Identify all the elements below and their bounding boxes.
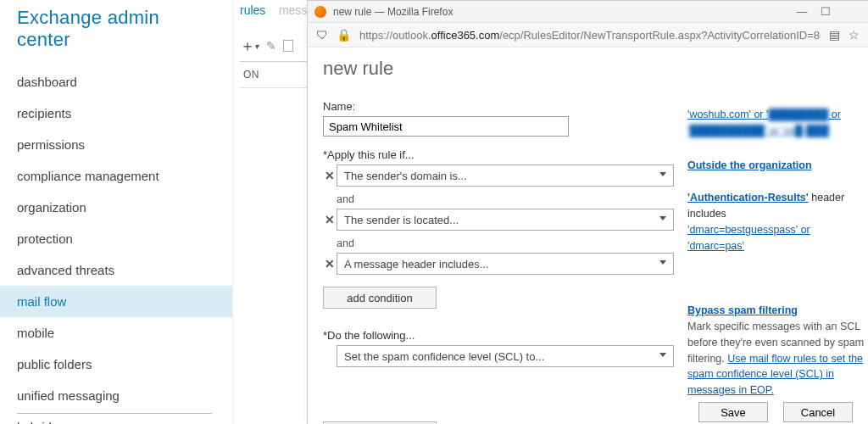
bookmark-icon[interactable]: ☆ xyxy=(849,28,860,42)
apply-rule-if-label: Apply this rule if... xyxy=(323,148,679,161)
sidebar-item-protection[interactable]: protection xyxy=(0,223,232,254)
chevron-down-icon xyxy=(659,172,666,176)
window-titlebar: new rule — Mozilla Firefox — ☐ xyxy=(308,1,868,23)
url[interactable]: https://outlook.office365.com/ecp/RulesE… xyxy=(359,29,821,42)
copy-icon[interactable] xyxy=(283,40,293,52)
admin-center-title: Exchange admin center xyxy=(0,2,232,66)
shield-icon[interactable]: 🛡︎ xyxy=(316,28,328,42)
side-column: 'woshub.com' or '████████ or '██████████… xyxy=(679,56,868,418)
minimize-button[interactable]: — xyxy=(790,5,814,18)
form-column: new rule Name: Apply this rule if... ✕ T… xyxy=(323,56,679,418)
add-condition-button[interactable]: add condition xyxy=(323,287,437,309)
chevron-down-icon xyxy=(659,216,666,220)
window-title: new rule — Mozilla Firefox xyxy=(333,6,453,18)
sidebar-item-mail-flow[interactable]: mail flow xyxy=(0,286,232,317)
remove-condition-1[interactable]: ✕ xyxy=(323,169,337,182)
chevron-down-icon xyxy=(659,260,666,265)
condition-2-dropdown[interactable]: The sender is located... xyxy=(337,209,674,231)
close-button[interactable] xyxy=(837,5,861,18)
page-title: new rule xyxy=(323,58,679,80)
cond3-summary[interactable]: 'Authentication-Results' header includes… xyxy=(687,190,865,254)
action-title[interactable]: Bypass spam filtering xyxy=(687,304,798,316)
nav-divider xyxy=(17,413,212,414)
add-rule-button[interactable]: ＋▾ xyxy=(240,36,259,56)
action-1-dropdown[interactable]: Set the spam confidence level (SCL) to..… xyxy=(337,345,674,367)
sidebar-item-recipients[interactable]: recipients xyxy=(0,98,232,129)
name-input[interactable] xyxy=(323,116,569,137)
save-button[interactable]: Save xyxy=(698,402,768,422)
address-bar: 🛡︎ 🔒 https://outlook.office365.com/ecp/R… xyxy=(308,23,868,47)
sidebar-item-organization[interactable]: organization xyxy=(0,192,232,223)
and-label-2: and xyxy=(337,237,679,249)
maximize-button[interactable]: ☐ xyxy=(814,5,837,18)
sidebar-item-mobile[interactable]: mobile xyxy=(0,317,232,349)
tab-rules[interactable]: rules xyxy=(240,3,265,17)
lock-icon[interactable]: 🔒 xyxy=(337,28,351,42)
new-rule-dialog: new rule — Mozilla Firefox — ☐ 🛡︎ 🔒 http… xyxy=(307,0,868,424)
action-summary: Bypass spam filtering Mark specific mess… xyxy=(687,303,865,399)
left-nav: Exchange admin center dashboardrecipient… xyxy=(0,0,233,424)
and-label-1: and xyxy=(337,193,679,205)
sidebar-item-advanced-threats[interactable]: advanced threats xyxy=(0,254,232,286)
condition-3-dropdown[interactable]: A message header includes... xyxy=(337,253,674,275)
cond2-summary[interactable]: Outside the organization xyxy=(687,158,865,174)
sidebar-item-permissions[interactable]: permissions xyxy=(0,129,232,160)
remove-condition-3[interactable]: ✕ xyxy=(323,257,337,271)
sidebar-item-compliance-management[interactable]: compliance management xyxy=(0,160,232,192)
chevron-down-icon xyxy=(659,353,666,357)
cond1-summary[interactable]: 'woshub.com' or '████████ or '██████████… xyxy=(687,107,865,139)
name-label: Name: xyxy=(323,100,679,113)
sidebar-item-dashboard[interactable]: dashboard xyxy=(0,66,232,98)
sidebar-item-public-folders[interactable]: public folders xyxy=(0,349,232,380)
do-the-following-label: Do the following... xyxy=(323,329,679,342)
chevron-down-icon: ▾ xyxy=(255,42,259,51)
cancel-button[interactable]: Cancel xyxy=(783,402,853,422)
edit-icon[interactable]: ✎ xyxy=(266,39,276,53)
remove-condition-2[interactable]: ✕ xyxy=(323,213,337,226)
sidebar-item-unified-messaging[interactable]: unified messaging xyxy=(0,380,232,411)
condition-1-dropdown[interactable]: The sender's domain is... xyxy=(337,165,674,187)
reader-mode-icon[interactable]: ▤ xyxy=(829,28,840,42)
firefox-icon xyxy=(314,6,326,18)
dialog-button-bar: Save Cancel xyxy=(698,402,853,422)
